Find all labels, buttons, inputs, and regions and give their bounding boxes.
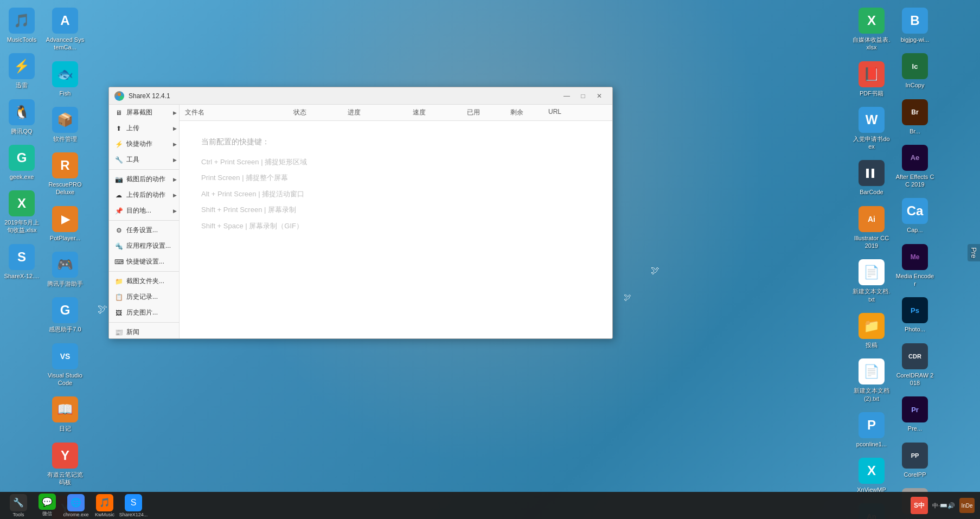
desktop-icon-softmgr[interactable]: 📦 软件管理 (43, 105, 87, 145)
desktop-icon-vscode[interactable]: VS Visual Studio Code (43, 341, 87, 389)
cap-label: Cap... (907, 226, 923, 234)
media-excel-icon: X (859, 8, 885, 34)
menu-screenshot-folder[interactable]: 📁 截图文件夹... (109, 273, 179, 289)
menu-upload[interactable]: ⬆ 上传 ▶ (109, 120, 179, 136)
desktop-icon-corelpaint[interactable]: PP CorelPP (893, 440, 937, 480)
menu-tools[interactable]: 🔧 工具 ▶ (109, 152, 179, 168)
menu-quickaction[interactable]: ⚡ 快捷动作 ▶ (109, 136, 179, 152)
desktop-icon-pdf[interactable]: 📕 PDF书籍 (850, 59, 893, 99)
taskbar-kwmusic-icon: 🎵 (96, 494, 113, 511)
after-upload-icon: ☁ (114, 191, 123, 200)
txt1-label: 新建文本文档.txt (852, 287, 891, 303)
menu-hotkey-settings[interactable]: ⌨ 快捷键设置... (109, 254, 179, 270)
desktop-icon-cap[interactable]: Ca Cap... (893, 196, 937, 236)
destination-icon: 📌 (114, 207, 123, 215)
history-icon: 📋 (114, 293, 123, 302)
txt1-icon: 📄 (859, 259, 885, 285)
svg-point-1 (116, 96, 119, 99)
sep-3 (109, 271, 179, 272)
desktop-icon-media-excel[interactable]: X 自媒体收益表.xlsx (850, 5, 893, 54)
taskbar-indesign[interactable]: InDe (959, 498, 975, 513)
desktop-icon-excel[interactable]: X 2019年5月上旬收益.xlsx (0, 188, 43, 236)
taskbar-chrome-icon: 🌐 (67, 494, 85, 511)
thunder-icon: ⚡ (9, 53, 35, 79)
desktop-icon-br[interactable]: Br Br... (893, 97, 937, 137)
taskbar-kwmusic[interactable]: 🎵 KwMusic (92, 494, 118, 517)
desktop-icon-thunder[interactable]: ⚡ 迅雷 (0, 51, 43, 91)
taskbar-sharex[interactable]: S ShareX124... (120, 494, 146, 517)
taskbar-wechat[interactable]: 💬 微信 (34, 494, 60, 517)
desktop-icon-premiere[interactable]: Pr Pre... (893, 394, 937, 434)
menu-app-settings[interactable]: 🔩 应用程序设置... (109, 238, 179, 254)
desktop-icon-col-2: A Advanced SystemCa... 🐟 Fish 📦 软件管理 R R… (43, 0, 87, 519)
desktop-icon-qq[interactable]: 🐧 腾讯QQ (0, 97, 43, 137)
maximize-button[interactable]: □ (575, 90, 591, 102)
vscode-icon: VS (52, 343, 78, 369)
taskbar-tools[interactable]: 🔧 Tools (5, 494, 31, 517)
desktop-icon-potplayer[interactable]: ▶ PotPlayer... (43, 204, 87, 244)
geek-icon: G (9, 145, 35, 171)
desktop-icon-photoshop[interactable]: Ps Photo... (893, 295, 937, 335)
app-settings-icon: 🔩 (114, 242, 123, 251)
desktop-icon-bigjpg[interactable]: B bigjpg-wi... (893, 5, 937, 46)
desktop-icon-fish[interactable]: 🐟 Fish (43, 59, 87, 99)
desktop-icon-illustrator[interactable]: Ai Illustrator CC 2019 (850, 204, 893, 252)
desktop-icon-party-doc[interactable]: W 入党申请书doex (850, 105, 893, 153)
hotkey-settings-label: 快捷键设置... (126, 257, 164, 266)
minimize-button[interactable]: — (559, 90, 574, 102)
desktop-icon-youdao1[interactable]: Y 有道云笔记览码板 (43, 440, 87, 489)
desktop-icon-folder[interactable]: 📁 投稿 (850, 311, 893, 351)
upload-arrow: ▶ (173, 126, 177, 131)
desktop-icon-geek[interactable]: G geek.exe (0, 143, 43, 183)
menu-destination[interactable]: 📌 目的地... ▶ (109, 203, 179, 219)
menu-after-capture[interactable]: 📷 截图后的动作 ▶ (109, 171, 179, 187)
mediaencoder-icon: Me (902, 244, 928, 270)
desktop-icon-mediaencoder[interactable]: Me Media Encoder (893, 242, 937, 290)
desktop-icon-pconline[interactable]: P pconline1... (850, 410, 893, 450)
svg-point-0 (118, 93, 121, 96)
screenshot-folder-label: 截图文件夹... (126, 277, 164, 286)
menu-task-settings[interactable]: ⚙ 任务设置... (109, 222, 179, 238)
menu-history-images[interactable]: 🖼 历史图片... (109, 305, 179, 321)
desktop-icon-aftereffects[interactable]: Ae After Effects CC 2019 (893, 143, 937, 191)
desktop-icon-incopy[interactable]: Ic InCopy (893, 51, 937, 91)
desktop-icon-sharex[interactable]: S ShareX-12.... (0, 242, 43, 282)
window-titlebar: ShareX 12.4.1 — □ ✕ (109, 87, 612, 105)
ganen-label: 感恩助手7.0 (49, 325, 81, 333)
desktop-icon-diary[interactable]: 📖 日记 (43, 394, 87, 434)
rescue-label: RescuePRO Deluxe (46, 181, 85, 196)
main-content-area: 文件名 状态 进度 速度 已用 剩余 URL 当前配置的快捷键： Ctrl + … (180, 105, 612, 338)
desktop-icon-ganen[interactable]: G 感恩助手7.0 (43, 295, 87, 335)
menu-screenshot[interactable]: 🖥 屏幕截图 ▶ (109, 105, 179, 120)
desktop-icon-barcode[interactable]: ▌▌ BarCode (850, 158, 893, 198)
menu-history[interactable]: 📋 历史记录... (109, 289, 179, 305)
news-label: 新闻 (126, 328, 139, 337)
menu-after-upload[interactable]: ☁ 上传后的动作 ▶ (109, 187, 179, 203)
desktop-icon-tengame[interactable]: 🎮 腾讯手游助手 (43, 249, 87, 290)
news-icon: 📰 (114, 328, 123, 337)
desktop-icon-txt1[interactable]: 📄 新建文本文档.txt (850, 257, 893, 305)
desktop-icon-advsyscam[interactable]: A Advanced SystemCa... (43, 5, 87, 54)
shortcut-area: 当前配置的快捷键： Ctrl + Print Screen | 捕捉矩形区域 P… (180, 121, 612, 338)
close-button[interactable]: ✕ (592, 90, 607, 102)
musictools-icon: 🎵 (9, 8, 35, 34)
desktop-icon-musictools[interactable]: 🎵 MusicTools (0, 5, 43, 46)
musictools-label: MusicTools (7, 36, 36, 43)
hotkey-settings-icon: ⌨ (114, 258, 123, 266)
tengame-label: 腾讯手游助手 (47, 280, 83, 287)
tools-arrow: ▶ (173, 157, 177, 163)
window-body: 🖥 屏幕截图 ▶ ⬆ 上传 ▶ ⚡ 快捷动作 ▶ 🔧 工具 ▶ (109, 105, 612, 338)
tools-menu-icon: 🔧 (114, 156, 123, 164)
desktop-icon-txt2[interactable]: 📄 新建文本文档(2).txt (850, 356, 893, 405)
history-images-label: 历史图片... (126, 308, 158, 317)
seagull-3: 🕊 (98, 304, 107, 315)
taskbar-chrome[interactable]: 🌐 chrome.exe (63, 494, 89, 517)
menu-news[interactable]: 📰 新闻 (109, 324, 179, 338)
xnview-icon: X (859, 458, 885, 484)
desktop-icon-coreldraw[interactable]: CDR CorelDRAW 2018 (893, 341, 937, 389)
desktop-icon-xnview[interactable]: X XnViewMP (850, 456, 893, 496)
taskbar-hellofont[interactable]: S中 (911, 497, 928, 514)
excel-label: 2019年5月上旬收益.xlsx (2, 219, 41, 234)
taskbar-sharex-label: ShareX124... (119, 512, 148, 517)
desktop-icon-rescue[interactable]: R RescuePRO Deluxe (43, 150, 87, 198)
